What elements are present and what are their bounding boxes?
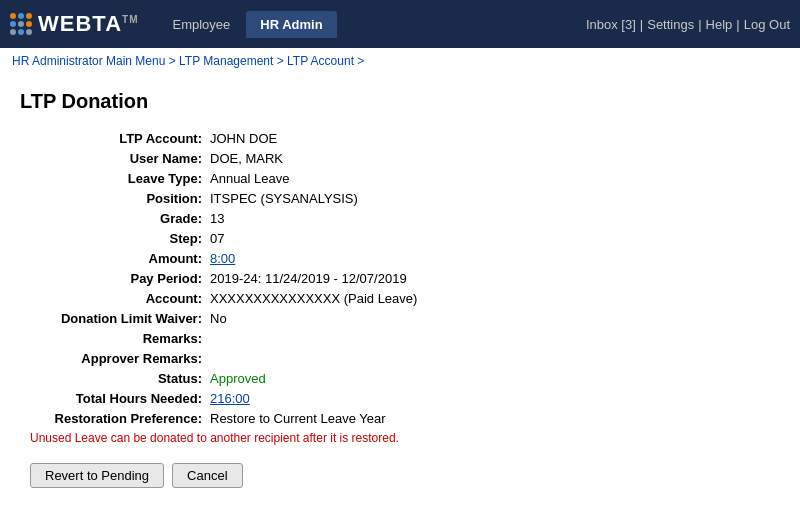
field-label-4: Grade: xyxy=(30,211,210,226)
field-label-1: User Name: xyxy=(30,151,210,166)
header: WEBTATM Employee HR Admin Inbox [3]|Sett… xyxy=(0,0,800,48)
main-content: LTP Donation LTP Account:JOHN DOEUser Na… xyxy=(0,74,800,504)
button-area: Revert to PendingCancel xyxy=(30,463,780,488)
field-label-9: Donation Limit Waiver: xyxy=(30,311,210,326)
settings-link[interactable]: Settings xyxy=(647,17,694,32)
field-value-9: No xyxy=(210,311,227,326)
breadcrumb-ltp-mgmt[interactable]: LTP Management xyxy=(179,54,273,68)
form-row: Pay Period:2019-24: 11/24/2019 - 12/07/2… xyxy=(30,271,780,286)
dot-6 xyxy=(26,21,32,27)
field-label-14: Restoration Preference: xyxy=(30,411,210,426)
warning-message: Unused Leave can be donated to another r… xyxy=(30,431,780,445)
dot-2 xyxy=(18,13,24,19)
nav-tab-employee[interactable]: Employee xyxy=(158,11,244,38)
help-link[interactable]: Help xyxy=(706,17,733,32)
form-row: Position:ITSPEC (SYSANALYSIS) xyxy=(30,191,780,206)
dot-5 xyxy=(18,21,24,27)
field-label-12: Status: xyxy=(30,371,210,386)
field-label-2: Leave Type: xyxy=(30,171,210,186)
form-row: Status:Approved xyxy=(30,371,780,386)
dot-3 xyxy=(26,13,32,19)
logout-link[interactable]: Log Out xyxy=(744,17,790,32)
field-value-7: 2019-24: 11/24/2019 - 12/07/2019 xyxy=(210,271,407,286)
field-value-13[interactable]: 216:00 xyxy=(210,391,250,406)
form-row: Step:07 xyxy=(30,231,780,246)
logo-dots xyxy=(10,13,32,35)
field-value-3: ITSPEC (SYSANALYSIS) xyxy=(210,191,358,206)
right-nav: Inbox [3]|Settings|Help|Log Out xyxy=(586,17,790,32)
field-label-13: Total Hours Needed: xyxy=(30,391,210,406)
form-table: LTP Account:JOHN DOEUser Name:DOE, MARKL… xyxy=(30,131,780,426)
form-row: Approver Remarks: xyxy=(30,351,780,366)
logo-text: WEBTATM xyxy=(38,11,138,37)
field-value-12: Approved xyxy=(210,371,266,386)
field-value-14: Restore to Current Leave Year xyxy=(210,411,386,426)
logo-wordmark: WEBTA xyxy=(38,11,122,36)
field-label-7: Pay Period: xyxy=(30,271,210,286)
dot-9 xyxy=(26,29,32,35)
form-row: Leave Type:Annual Leave xyxy=(30,171,780,186)
logo-area: WEBTATM xyxy=(10,11,138,37)
form-row: Grade:13 xyxy=(30,211,780,226)
breadcrumb: HR Administrator Main Menu > LTP Managem… xyxy=(0,48,800,74)
breadcrumb-home[interactable]: HR Administrator Main Menu xyxy=(12,54,165,68)
cancel-button[interactable]: Cancel xyxy=(172,463,242,488)
nav-tab-hradmin[interactable]: HR Admin xyxy=(246,11,336,38)
field-label-11: Approver Remarks: xyxy=(30,351,210,366)
field-value-2: Annual Leave xyxy=(210,171,290,186)
field-label-5: Step: xyxy=(30,231,210,246)
dot-8 xyxy=(18,29,24,35)
inbox-link[interactable]: Inbox [3] xyxy=(586,17,636,32)
dot-1 xyxy=(10,13,16,19)
revert-to-pending-button[interactable]: Revert to Pending xyxy=(30,463,164,488)
form-row: Donation Limit Waiver:No xyxy=(30,311,780,326)
form-row: User Name:DOE, MARK xyxy=(30,151,780,166)
field-label-8: Account: xyxy=(30,291,210,306)
field-label-3: Position: xyxy=(30,191,210,206)
field-label-0: LTP Account: xyxy=(30,131,210,146)
field-value-1: DOE, MARK xyxy=(210,151,283,166)
field-value-5: 07 xyxy=(210,231,224,246)
nav-tabs: Employee HR Admin xyxy=(158,11,336,38)
form-row: Restoration Preference:Restore to Curren… xyxy=(30,411,780,426)
field-value-6[interactable]: 8:00 xyxy=(210,251,235,266)
page-title: LTP Donation xyxy=(20,90,780,113)
breadcrumb-ltp-account[interactable]: LTP Account xyxy=(287,54,354,68)
field-value-4: 13 xyxy=(210,211,224,226)
form-row: LTP Account:JOHN DOE xyxy=(30,131,780,146)
form-row: Amount:8:00 xyxy=(30,251,780,266)
form-row: Total Hours Needed:216:00 xyxy=(30,391,780,406)
dot-7 xyxy=(10,29,16,35)
logo-tm: TM xyxy=(122,14,138,25)
dot-4 xyxy=(10,21,16,27)
form-row: Remarks: xyxy=(30,331,780,346)
field-value-8: XXXXXXXXXXXXXXX (Paid Leave) xyxy=(210,291,417,306)
form-row: Account:XXXXXXXXXXXXXXX (Paid Leave) xyxy=(30,291,780,306)
field-label-10: Remarks: xyxy=(30,331,210,346)
field-label-6: Amount: xyxy=(30,251,210,266)
field-value-0: JOHN DOE xyxy=(210,131,277,146)
